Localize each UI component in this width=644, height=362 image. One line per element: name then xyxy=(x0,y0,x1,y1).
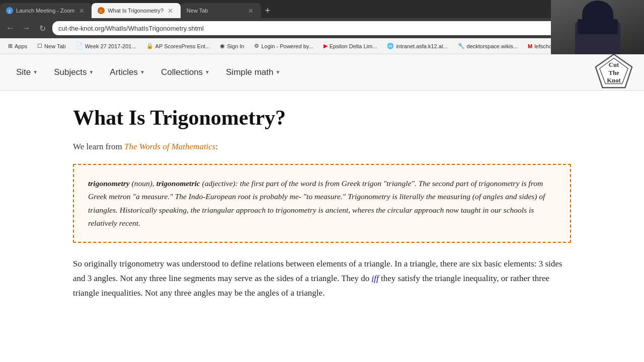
tab-new-close[interactable]: ✕ xyxy=(247,7,255,15)
nav-site-arrow: ▼ xyxy=(33,69,38,75)
nav-items: Site ▼ Subjects ▼ Articles ▼ Collections… xyxy=(10,63,594,81)
nav-site-label: Site xyxy=(16,67,31,77)
quote-text: trigonometry (noun), trigonometric (adje… xyxy=(88,177,556,230)
nav-subjects-label: Subjects xyxy=(54,67,87,77)
nav-articles-label: Articles xyxy=(110,67,138,77)
nav-collections-label: Collections xyxy=(161,67,203,77)
bookmark-epsilon-label: Epsilon Delta Lim... xyxy=(330,43,377,49)
tab-trig-favicon: C xyxy=(98,7,105,14)
bookmark-signin[interactable]: ◉ Sign In xyxy=(216,42,248,50)
body-paragraph: So originally trigonometry was understoo… xyxy=(73,257,571,301)
bookmark-signin-label: Sign In xyxy=(227,43,244,49)
browser-chrome: Z Launch Meeting - Zoom ✕ C What Is Trig… xyxy=(0,0,644,54)
term1: trigonometry xyxy=(88,179,130,188)
nav-articles-arrow: ▼ xyxy=(140,69,145,75)
nav-collections[interactable]: Collections ▼ xyxy=(155,63,216,81)
svg-text:C: C xyxy=(100,9,103,14)
bookmark-ap[interactable]: 🔒 AP ScoresPress Ent... xyxy=(142,42,214,50)
newtab-icon: ☐ xyxy=(37,43,42,49)
tab-new-label: New Tab xyxy=(187,8,244,14)
bookmark-apps-label: Apps xyxy=(15,43,27,49)
tab-new[interactable]: New Tab ✕ xyxy=(181,3,261,18)
bookmark-intranet[interactable]: 🌐 intranet.asfa.k12.al... xyxy=(383,42,451,50)
tab-trig-close[interactable]: ✕ xyxy=(167,7,175,15)
tab-zoom-label: Launch Meeting - Zoom xyxy=(16,8,74,14)
webcam-feed xyxy=(551,0,644,54)
svg-text:Knot: Knot xyxy=(607,77,621,84)
term1-pos: (noun), xyxy=(130,179,156,188)
nav-collections-arrow: ▼ xyxy=(205,69,210,75)
week-icon: 📄 xyxy=(76,43,83,49)
site-nav: Site ▼ Subjects ▼ Articles ▼ Collections… xyxy=(0,54,644,90)
nav-subjects-arrow: ▼ xyxy=(89,69,94,75)
tab-zoom-close[interactable]: ✕ xyxy=(77,7,86,15)
ap-icon: 🔒 xyxy=(146,43,153,49)
dector-icon: 🔧 xyxy=(458,43,465,49)
intro-suffix: : xyxy=(216,142,218,151)
tab-zoom-favicon: Z xyxy=(6,7,13,14)
bookmark-epsilon[interactable]: ▶ Epsilon Delta Lim... xyxy=(319,42,381,50)
nav-simple-math-arrow: ▼ xyxy=(276,69,281,75)
nav-articles[interactable]: Articles ▼ xyxy=(104,63,151,81)
tab-bar: Z Launch Meeting - Zoom ✕ C What Is Trig… xyxy=(0,0,644,18)
lef-icon: M xyxy=(528,43,532,49)
quote-box: trigonometry (noun), trigonometric (adje… xyxy=(73,164,571,243)
tab-trig[interactable]: C What Is Trigonometry? ✕ xyxy=(92,3,181,18)
new-tab-button[interactable]: + xyxy=(261,6,275,16)
page-title: What Is Trigonometry? xyxy=(73,106,571,130)
login-icon: ⚙ xyxy=(254,43,259,49)
intro-paragraph: We learn from The Words of Mathematics: xyxy=(73,142,571,152)
intro-prefix: We learn from xyxy=(73,142,124,151)
forward-button[interactable]: → xyxy=(20,22,32,34)
nav-subjects[interactable]: Subjects ▼ xyxy=(48,63,100,81)
bookmark-ap-label: AP ScoresPress Ent... xyxy=(155,43,210,49)
intro-link[interactable]: The Words of Mathematics xyxy=(124,142,216,151)
body-iff-link[interactable]: iff xyxy=(372,274,379,283)
webcam-overlay xyxy=(551,0,644,54)
svg-text:Z: Z xyxy=(9,9,11,14)
apps-icon: ⊞ xyxy=(8,43,13,49)
refresh-button[interactable]: ↻ xyxy=(36,22,48,34)
address-bar-row: ← → ↻ xyxy=(0,18,644,38)
bookmark-dector[interactable]: 🔧 decktorspace.wikis... xyxy=(454,42,522,50)
bookmarks-bar: ⊞ Apps ☐ New Tab 📄 Week 27 2017-201... 🔒… xyxy=(0,38,644,54)
bookmark-login[interactable]: ⚙ Login - Powered by... xyxy=(250,42,317,50)
logo-svg: Cut The Knot xyxy=(594,52,634,93)
tab-trig-label: What Is Trigonometry? xyxy=(108,8,164,14)
website: Site ▼ Subjects ▼ Articles ▼ Collections… xyxy=(0,54,644,316)
signin-icon: ◉ xyxy=(220,43,225,49)
nav-simple-math[interactable]: Simple math ▼ xyxy=(220,63,286,81)
bookmark-dector-label: decktorspace.wikis... xyxy=(467,43,518,49)
bookmark-login-label: Login - Powered by... xyxy=(261,43,313,49)
epsilon-icon: ▶ xyxy=(324,43,328,49)
nav-site[interactable]: Site ▼ xyxy=(10,63,44,81)
bookmark-week-label: Week 27 2017-201... xyxy=(85,43,136,49)
bookmark-week[interactable]: 📄 Week 27 2017-201... xyxy=(72,42,140,50)
term2: trigonometric xyxy=(156,179,200,188)
bookmark-intranet-label: intranet.asfa.k12.al... xyxy=(396,43,447,49)
tab-zoom[interactable]: Z Launch Meeting - Zoom ✕ xyxy=(0,3,92,18)
svg-text:The: The xyxy=(608,69,619,76)
nav-simple-math-label: Simple math xyxy=(226,67,273,77)
back-button[interactable]: ← xyxy=(4,22,16,34)
bookmark-apps[interactable]: ⊞ Apps xyxy=(4,42,31,50)
svg-text:Cut: Cut xyxy=(609,61,619,68)
page-content: What Is Trigonometry? We learn from The … xyxy=(33,90,611,316)
site-logo: Cut The Knot xyxy=(594,52,634,93)
intranet-icon: 🌐 xyxy=(387,43,394,49)
bookmark-newtab[interactable]: ☐ New Tab xyxy=(33,42,70,50)
bookmark-newtab-label: New Tab xyxy=(44,43,66,49)
logo-area[interactable]: Cut The Knot xyxy=(594,52,634,93)
